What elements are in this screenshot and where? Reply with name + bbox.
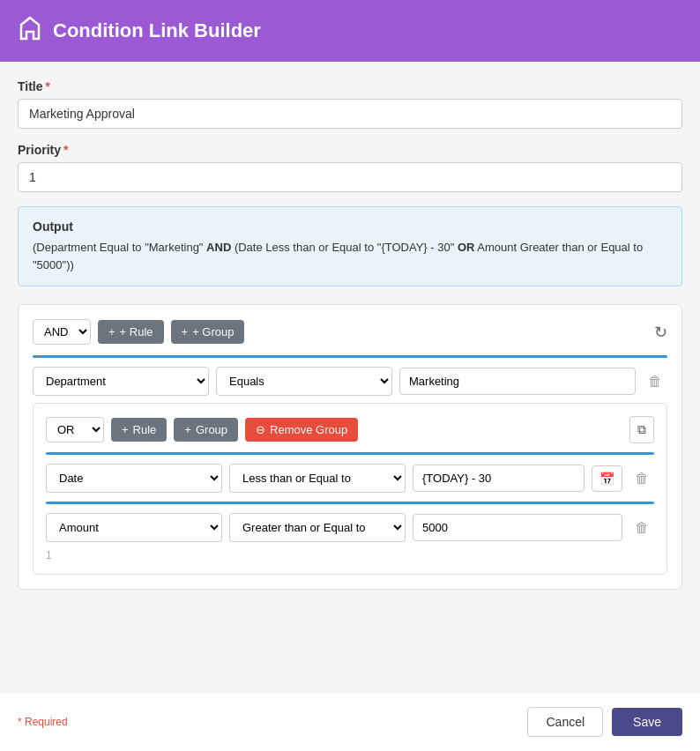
sub-rule-row-1: Date Department Amount Less than or Equa… xyxy=(46,464,654,493)
footer: * Required Cancel Save xyxy=(0,692,700,751)
required-note: * Required xyxy=(18,716,68,728)
sub-add-rule-button[interactable]: + Rule xyxy=(111,418,167,442)
main-content: Title* Priority* Output (Department Equa… xyxy=(0,62,700,625)
rule1-operator-select[interactable]: Equals Less than or Equal to Greater tha… xyxy=(216,367,392,396)
add-rule-button[interactable]: + + Rule xyxy=(98,320,164,344)
minus-icon: ⊖ xyxy=(256,423,265,436)
sub-logic-select[interactable]: OR AND xyxy=(46,417,104,442)
app-header: Condition Link Builder xyxy=(0,0,700,62)
output-text: (Department Equal to "Marketing" AND (Da… xyxy=(33,239,667,273)
rule-separator-1 xyxy=(33,355,667,358)
cancel-button[interactable]: Cancel xyxy=(527,707,603,737)
app-title: Condition Link Builder xyxy=(53,19,261,42)
calendar-button[interactable]: 📅 xyxy=(592,465,622,492)
sub-rule-row-2: Amount Department Date Greater than or E… xyxy=(46,513,654,542)
copy-group-button[interactable]: ⧉ xyxy=(629,416,654,443)
builder-box: AND OR + + Rule + + Group ↻ Department D… xyxy=(18,304,682,590)
output-label: Output xyxy=(33,219,667,234)
save-button[interactable]: Save xyxy=(612,708,682,736)
rule1-field-select[interactable]: Department Date Amount xyxy=(33,367,209,396)
sub-group-number: 1 xyxy=(46,549,654,561)
add-group-button[interactable]: + + Group xyxy=(171,320,245,344)
logic-select[interactable]: AND OR xyxy=(33,319,91,345)
remove-group-button[interactable]: ⊖ Remove Group xyxy=(245,418,358,442)
output-box: Output (Department Equal to "Marketing" … xyxy=(18,206,682,286)
sub-rule2-operator-select[interactable]: Greater than or Equal to Equals Less tha… xyxy=(229,513,406,542)
rule1-delete-button[interactable]: 🗑 xyxy=(643,370,667,393)
rule-row-1: Department Date Amount Equals Less than … xyxy=(33,367,667,396)
sub-rule1-value-input[interactable] xyxy=(413,465,585,492)
priority-input[interactable] xyxy=(18,162,682,192)
title-input[interactable] xyxy=(18,99,682,129)
sub-add-group-button[interactable]: + Group xyxy=(174,418,238,442)
rule1-value-input[interactable] xyxy=(399,368,636,395)
app-icon xyxy=(18,16,42,46)
plus-icon: + xyxy=(182,325,189,338)
title-field-group: Title* xyxy=(18,79,682,129)
sub-rule1-operator-select[interactable]: Less than or Equal to Equals Greater tha… xyxy=(229,464,406,493)
title-label: Title* xyxy=(18,79,682,93)
sub-rule2-field-select[interactable]: Amount Department Date xyxy=(46,513,222,542)
sub-rule1-field-select[interactable]: Date Department Amount xyxy=(46,464,222,493)
sub-rule-separator-1 xyxy=(46,452,654,455)
title-required-star: * xyxy=(46,79,50,93)
plus-icon: + xyxy=(184,423,191,436)
plus-icon: + xyxy=(122,423,129,436)
sub-rule-separator-2 xyxy=(46,502,654,504)
sub-rule1-delete-button[interactable]: 🗑 xyxy=(629,467,654,490)
priority-label: Priority* xyxy=(18,143,682,157)
refresh-button[interactable]: ↻ xyxy=(654,323,667,342)
sub-rule2-value-input[interactable] xyxy=(413,514,622,541)
priority-field-group: Priority* xyxy=(18,143,682,192)
sub-rule2-delete-button[interactable]: 🗑 xyxy=(629,517,654,539)
sub-group-toolbar: OR AND + Rule + Group ⊖ Remove Group ⧉ xyxy=(46,416,654,443)
sub-group: OR AND + Rule + Group ⊖ Remove Group ⧉ xyxy=(33,403,667,575)
plus-icon: + xyxy=(108,325,115,338)
builder-toolbar: AND OR + + Rule + + Group ↻ xyxy=(33,319,667,345)
priority-required-star: * xyxy=(63,143,68,157)
